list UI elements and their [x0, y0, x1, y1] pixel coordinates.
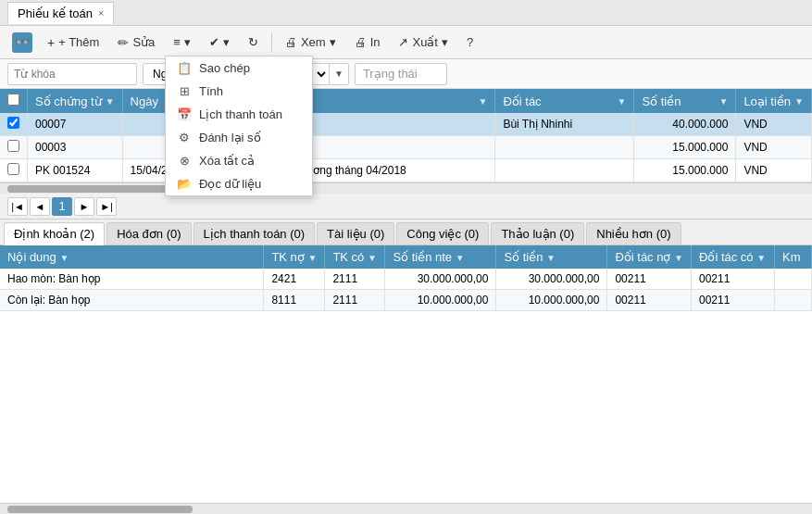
filter-icon-doi-tac[interactable]: ▼ [617, 96, 626, 107]
dropdown-item-xoa-tat-ca[interactable]: ⊗ Xóa tất cả [166, 149, 312, 172]
row-so-chung-tu: 00003 [28, 136, 123, 159]
filter-icon-doi-tac-no[interactable]: ▼ [674, 253, 683, 263]
check-button[interactable]: ✔ ▾ [201, 31, 238, 54]
dropdown-item-doc-du-lieu[interactable]: 📂 Đọc dữ liệu [166, 172, 312, 195]
dropdown-menu: 📋 Sao chép ⊞ Tính 📅 Lịch thanh toán ⚙ Đá… [165, 56, 313, 196]
settings-icon: ⚙ [177, 131, 192, 144]
bottom-table-row[interactable]: Còn lại: Bàn họp 8111 2111 10.000.000,00… [0, 290, 812, 311]
print-button[interactable]: 🖨 In [346, 31, 389, 54]
tab-hoa-don[interactable]: Hóa đơn (0) [106, 222, 191, 244]
bottom-hscroll-bar[interactable] [0, 503, 812, 514]
brow-so-tien: 30.000.000,00 [496, 269, 607, 290]
table-row[interactable]: PK 001524 15/04/2018 Hạch toán chi phí l… [0, 159, 812, 182]
bottom-hscroll-thumb[interactable] [7, 506, 193, 513]
bottom-table: Nội dung ▼ TK nợ ▼ TK có [0, 245, 812, 311]
th-loai-tien: Loại tiền ▼ [736, 89, 812, 113]
row-so-tien: 40.000.000 [634, 113, 736, 136]
row-so-tien: 15.000.000 [634, 136, 736, 159]
bottom-section: Định khoản (2) Hóa đơn (0) Lịch thanh to… [0, 219, 812, 514]
tab-dinh-khoan[interactable]: Định khoản (2) [4, 222, 105, 245]
hscroll-bar[interactable] [0, 182, 812, 194]
export-button[interactable]: ↗ Xuất ▾ [390, 31, 456, 54]
brow-doi-tac-co: 00211 [692, 269, 775, 290]
app-logo: 👓 [12, 32, 32, 53]
next-page-button[interactable]: ► [74, 197, 94, 216]
brow-doi-tac-no: 00211 [607, 290, 692, 311]
brow-tk-no: 2421 [264, 269, 325, 290]
main-table: Số chứng từ ▼ Ngày ▼ Diễ [0, 89, 812, 182]
copy-icon: 📋 [177, 61, 192, 75]
refresh-button[interactable]: ↻ [240, 31, 267, 54]
dropdown-item-lich-thanh-toan[interactable]: 📅 Lịch thanh toán [166, 103, 312, 126]
table-header-row: Số chứng từ ▼ Ngày ▼ Diễ [0, 89, 812, 113]
row-checkbox[interactable] [7, 117, 19, 129]
edit-button[interactable]: ✏ Sửa [109, 31, 163, 55]
calendar-icon: 📅 [177, 107, 192, 121]
row-loai-tien: VND [736, 136, 812, 159]
tab-tai-lieu-label: Tài liệu (0) [327, 227, 384, 241]
filter-row: Người sử dụng ▼ Trạng thái [0, 59, 812, 89]
filter-icon-doi-tac-co[interactable]: ▼ [756, 253, 766, 263]
title-tab-label: Phiếu kế toán [18, 6, 93, 20]
filter-icon-tk-no[interactable]: ▼ [307, 253, 317, 263]
filter-icon-bottom-so-tien[interactable]: ▼ [546, 253, 556, 263]
dropdown-label-tinh: Tính [199, 84, 223, 98]
bottom-table-row[interactable]: Hao mòn: Bàn họp 2421 2111 30.000.000,00… [0, 269, 812, 290]
filter-icon-tk-co[interactable]: ▼ [368, 253, 377, 263]
table-row[interactable]: 00003 h lý 15.000.000 VND [0, 136, 812, 159]
title-tab[interactable]: Phiếu kế toán × [7, 2, 114, 24]
filter-icon-dien-giai[interactable]: ▼ [478, 96, 487, 107]
tab-lich-thanh-toan[interactable]: Lịch thanh toán (0) [194, 222, 316, 244]
prev-page-button[interactable]: ◄ [30, 197, 50, 216]
brow-tk-no: 8111 [264, 290, 325, 311]
filter-icon-noi-dung[interactable]: ▼ [59, 253, 69, 263]
filter-icon-so-tien[interactable]: ▼ [718, 96, 728, 107]
tab-dinh-khoan-label: Định khoản (2) [14, 227, 94, 241]
filter-icon-so-tien-nte[interactable]: ▼ [456, 253, 465, 263]
tab-cong-viec[interactable]: Công việc (0) [396, 222, 489, 244]
dropdown-item-sao-chep[interactable]: 📋 Sao chép [166, 56, 312, 80]
export-arrow: ▾ [442, 35, 448, 49]
brow-km [775, 269, 812, 290]
last-page-button[interactable]: ►| [96, 197, 117, 216]
keyword-input[interactable] [7, 63, 137, 85]
row-checkbox[interactable] [7, 163, 19, 175]
filter-icon-so-chung-tu[interactable]: ▼ [106, 96, 115, 107]
select-all-checkbox[interactable] [7, 94, 19, 106]
current-page-button[interactable]: 1 [52, 197, 72, 216]
table-row[interactable]: 00007 h lý Bùi Thị Nhinhi 40.000.000 VND [0, 113, 812, 136]
help-icon: ? [467, 35, 473, 49]
bth-doi-tac-no: Đối tác nợ ▼ [607, 245, 692, 269]
dropdown-item-tinh[interactable]: ⊞ Tính [166, 80, 312, 103]
first-page-button[interactable]: |◄ [7, 197, 28, 216]
row-checkbox[interactable] [7, 140, 19, 152]
th-so-tien: Số tiền ▼ [634, 89, 736, 113]
dropdown-item-danh-lai-so[interactable]: ⚙ Đánh lại số [166, 126, 312, 149]
tab-thao-luan[interactable]: Thảo luận (0) [491, 222, 584, 244]
row-checkbox-cell [0, 136, 28, 159]
help-button[interactable]: ? [458, 31, 481, 54]
close-icon[interactable]: × [98, 7, 104, 19]
brow-noi-dung: Hao mòn: Bàn họp [0, 269, 264, 290]
view-button[interactable]: 🖨 Xem ▾ [277, 31, 344, 54]
dropdown-label-lich-thanh-toan: Lịch thanh toán [199, 107, 282, 121]
main-table-wrapper: Số chứng từ ▼ Ngày ▼ Diễ [0, 89, 812, 182]
row-doi-tac [495, 159, 634, 182]
select-arrow-icon: ▼ [329, 64, 348, 84]
bottom-table-wrapper: Nội dung ▼ TK nợ ▼ TK có [0, 245, 812, 503]
menu-button[interactable]: ≡ ▾ [165, 31, 199, 54]
row-checkbox-cell [0, 159, 28, 182]
th-checkbox[interactable] [0, 89, 28, 113]
view-label: Xem [301, 35, 326, 49]
tab-thao-luan-label: Thảo luận (0) [501, 227, 574, 241]
calc-icon: ⊞ [177, 84, 192, 98]
tab-nhieu-hon[interactable]: Nhiều hơn (0) [586, 222, 681, 244]
row-loai-tien: VND [736, 159, 812, 182]
filter-icon-loai-tien[interactable]: ▼ [794, 96, 804, 107]
tab-tai-lieu[interactable]: Tài liệu (0) [317, 222, 394, 244]
brow-tk-co: 2111 [325, 290, 385, 311]
add-button[interactable]: + + Thêm [39, 31, 107, 55]
binoculars-icon: 👓 [15, 35, 30, 49]
status-filter[interactable]: Trạng thái [355, 63, 447, 85]
toolbar: 👓 + + Thêm ✏ Sửa ≡ ▾ ✔ ▾ ↻ 🖨 Xem ▾ 🖨 [0, 26, 812, 59]
